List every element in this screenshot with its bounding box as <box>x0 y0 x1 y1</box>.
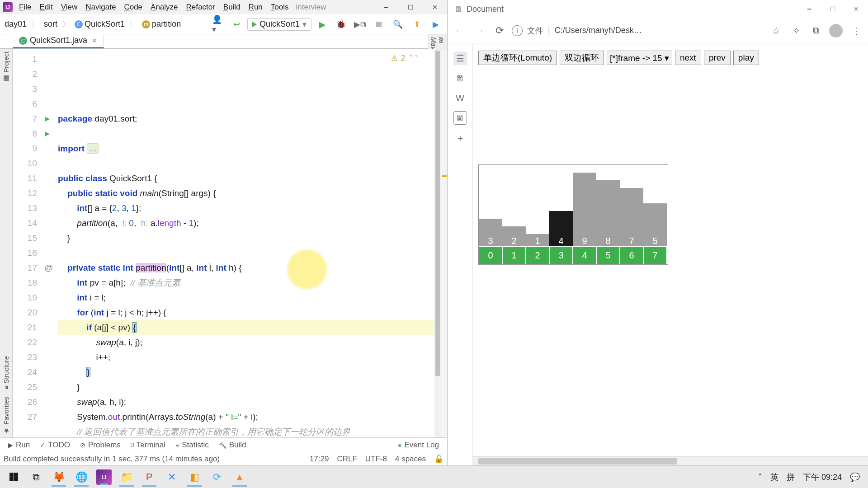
doc-outline-icon[interactable]: 🗎 <box>453 111 467 125</box>
tool-todo[interactable]: ✓TODO <box>35 441 75 450</box>
back-icon[interactable]: ↩ <box>231 19 243 30</box>
tray-chevron-icon[interactable]: ˄ <box>758 472 762 482</box>
menu-kebab-icon[interactable]: ⋮ <box>846 21 865 40</box>
intellij-taskbar-icon[interactable]: IJ <box>96 469 112 485</box>
code-line-7[interactable]: public class QuickSort1 { <box>58 171 434 186</box>
tool-terminal[interactable]: ⌑Terminal <box>126 441 170 450</box>
horizontal-scrollbar[interactable] <box>473 456 868 465</box>
line-sep[interactable]: CRLF <box>337 455 357 464</box>
code-line-11[interactable]: } <box>58 230 434 245</box>
tool-statistic[interactable]: ≡Statistic <box>171 441 213 450</box>
prev-button[interactable]: prev <box>704 51 731 65</box>
lomuto-button[interactable]: 单边循环(Lomuto) <box>478 51 557 65</box>
code-line-20[interactable]: } <box>58 365 434 380</box>
code-line-2[interactable] <box>58 126 434 141</box>
ime-lang[interactable]: 英 <box>770 472 778 483</box>
indent[interactable]: 4 spaces <box>395 455 426 464</box>
editor-scrollbar[interactable] <box>434 49 441 437</box>
gutter[interactable]: 1236789101112131415161718192021222324252… <box>13 49 40 437</box>
address-bar[interactable]: i 文件 | C:/Users/manyh/Desk… <box>510 25 766 36</box>
readonly-icon[interactable]: 🔓 <box>434 454 443 464</box>
file-tab-quicksort1[interactable]: C QuickSort1.java ✕ <box>13 34 104 48</box>
code-line-12[interactable] <box>58 245 434 260</box>
code-line-17[interactable]: if (a[j] < pv) { <box>58 320 434 335</box>
crumb-sort[interactable]: sort <box>42 19 59 29</box>
code-line-14[interactable]: int pv = a[h]; // 基准点元素 <box>58 275 434 290</box>
frame-select[interactable]: [*]frame -> 15 ▾ <box>607 51 672 65</box>
code-line-9[interactable]: int[] a = {2, 3, 1}; <box>58 201 434 216</box>
code-line-19[interactable]: i++; <box>58 350 434 365</box>
code-line-21[interactable]: } <box>58 380 434 394</box>
browser-minimize[interactable]: ━ <box>797 0 821 18</box>
menu-navigate[interactable]: Navigate <box>82 1 119 13</box>
menu-analyze[interactable]: Analyze <box>147 1 181 13</box>
debug-button[interactable]: 🐞 <box>335 19 347 30</box>
menu-build[interactable]: Build <box>220 1 244 13</box>
system-tray[interactable]: ˄ 英 拼 下午 09:24 💬 <box>758 472 865 483</box>
code-line-1[interactable]: package day01.sort; <box>58 111 434 126</box>
vscode-icon[interactable]: ✕ <box>161 468 183 487</box>
menu-file[interactable]: File <box>15 1 35 13</box>
event-log-button[interactable]: ●Event Log <box>393 441 443 450</box>
minimize-button[interactable]: ━ <box>374 0 398 14</box>
reload-button[interactable]: ⟳ <box>490 21 509 40</box>
collections-icon[interactable]: ⧉ <box>807 21 826 40</box>
code-area[interactable]: ⚠ 2 ˄ ˅ package day01.sort; import ... p… <box>40 49 434 437</box>
vcs-icon[interactable]: 👤▾ <box>212 19 224 30</box>
inspection-stripe[interactable] <box>441 49 447 437</box>
hoare-button[interactable]: 双边循环 <box>560 51 604 65</box>
back-button[interactable]: ← <box>450 21 469 40</box>
crumb-method[interactable]: mpartition <box>140 19 183 29</box>
bookmark-star-icon[interactable]: ☆ <box>767 21 786 40</box>
site-info-icon[interactable]: i <box>512 25 523 36</box>
menu-run[interactable]: Run <box>245 1 266 13</box>
crumb-class[interactable]: CQuickSort1 <box>73 19 127 29</box>
code-line-24[interactable]: // 返回值代表了基准点元素所在的正确索引，用它确定下一轮分区的边界 <box>58 424 434 437</box>
bars-view-icon[interactable]: ☰ <box>453 52 467 65</box>
menu-code[interactable]: Code <box>120 1 146 13</box>
browser-tab[interactable]: 🗎 Document <box>448 5 511 14</box>
profile-avatar[interactable] <box>826 21 845 40</box>
browser-close[interactable]: ✕ <box>844 0 868 18</box>
tool-build[interactable]: 🔨Build <box>214 441 251 450</box>
run-button[interactable]: ▶ <box>316 19 328 30</box>
code-line-23[interactable]: System.out.println(Arrays.toString(a) + … <box>58 409 434 424</box>
caret-position[interactable]: 17:29 <box>310 455 329 464</box>
windows-taskbar[interactable]: ⧉ 🦊 🌐 IJ 📁 P ✕ ◧ ⟳ ▲ ˄ 英 拼 下午 09:24 💬 <box>0 465 868 488</box>
code-line-22[interactable]: swap(a, h, i); <box>58 394 434 409</box>
structure-tool-tab[interactable]: ≡ Structure <box>1 353 11 392</box>
maximize-button[interactable]: ☐ <box>398 0 423 14</box>
code-line-6[interactable] <box>58 156 434 171</box>
encoding[interactable]: UTF-8 <box>365 455 387 464</box>
page-icon[interactable]: 🗎 <box>453 71 467 85</box>
code-line-10[interactable]: partition(a, l: 0, h: a.length - 1); <box>58 216 434 230</box>
tool-run[interactable]: ▶Run <box>4 441 34 450</box>
editor[interactable]: ▦ Project ≡ Structure ★ Favorites 123678… <box>0 49 447 437</box>
start-button[interactable] <box>3 468 24 487</box>
ide-actions-button[interactable]: ▶ <box>430 19 442 30</box>
coverage-button[interactable]: ▶⧉ <box>354 19 366 30</box>
edge-icon[interactable]: 🌐 <box>71 468 92 487</box>
crumb-day01[interactable]: day01 <box>3 19 28 29</box>
code-line-13[interactable]: @ private static int partition(int[] a, … <box>58 260 434 275</box>
add-view-icon[interactable]: ＋ <box>453 131 467 145</box>
code-line-15[interactable]: int i = l; <box>58 290 434 305</box>
update-button[interactable]: ⬆ <box>411 19 423 30</box>
clock[interactable]: 下午 09:24 <box>803 472 842 483</box>
stop-button[interactable] <box>373 19 385 30</box>
code-line-8[interactable]: public static void main(String[] args) { <box>58 186 434 201</box>
inspection-summary[interactable]: ⚠ 2 ˄ ˅ <box>391 51 418 66</box>
wiki-icon[interactable]: W <box>453 91 467 105</box>
forward-button[interactable]: → <box>470 21 489 40</box>
tab-close-icon[interactable]: ✕ <box>92 37 97 44</box>
run-config-select[interactable]: QuickSort1 ▾ <box>247 18 311 31</box>
project-tool-tab[interactable]: ▦ Project <box>1 49 11 85</box>
task-view-button[interactable]: ⧉ <box>25 468 47 487</box>
code-line-18[interactable]: swap(a, i, j); <box>58 335 434 350</box>
menu-view[interactable]: View <box>57 1 81 13</box>
app-icon-1[interactable]: ◧ <box>184 468 205 487</box>
menu-tools[interactable]: Tools <box>267 1 292 13</box>
powerpoint-icon[interactable]: P <box>138 468 160 487</box>
close-button[interactable]: ✕ <box>423 0 447 14</box>
action-center-icon[interactable]: 💬 <box>850 472 860 482</box>
